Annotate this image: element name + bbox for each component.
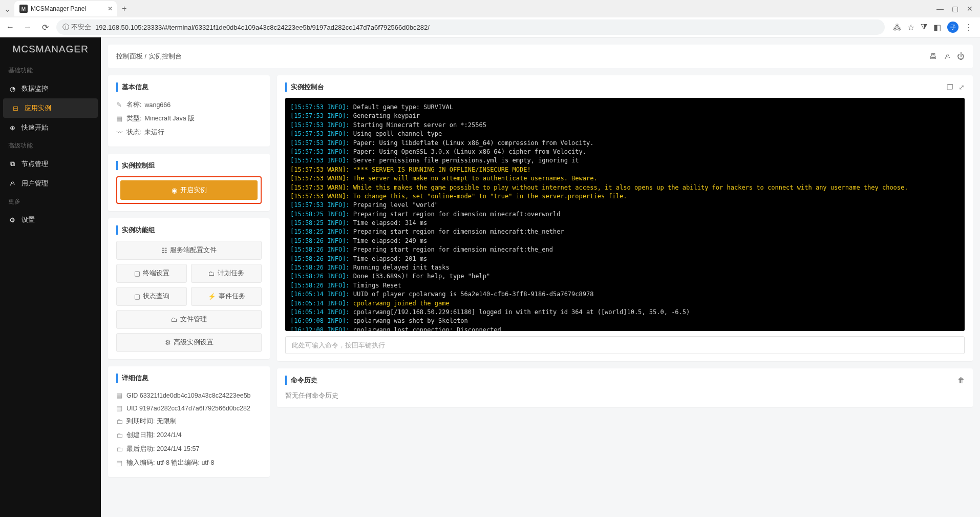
user-outline-icon[interactable]: ዶ bbox=[944, 52, 950, 61]
dashboard-icon: ◔ bbox=[8, 85, 16, 93]
status-query-button[interactable]: ▢状态查询 bbox=[116, 287, 187, 306]
instance-status-row: 〰状态: 未运行 bbox=[116, 126, 262, 139]
server-config-button[interactable]: ☷服务端配置文件 bbox=[116, 241, 262, 260]
app-root: MCSMANAGER 基础功能 ◔数据监控 ⊟应用实例 ⊕快速开始 高级功能 ⧉… bbox=[0, 37, 980, 517]
instance-type-row: ▤类型: Minecraft Java 版 bbox=[116, 112, 262, 126]
breadcrumb-bar: 控制面板 / 实例控制台 🖶 ዶ ⏻ bbox=[108, 45, 973, 68]
sidebar-item-monitor[interactable]: ◔数据监控 bbox=[0, 79, 101, 98]
sidebar-item-instances[interactable]: ⊟应用实例 bbox=[3, 98, 98, 118]
history-empty-text: 暂无任何命令历史 bbox=[285, 391, 965, 400]
basic-info-card: 基本信息 ✎名称: wang666 ▤类型: Minecraft Java 版 … bbox=[108, 75, 270, 147]
encoding-row: ▤输入编码: utf-8 输出编码: utf-8 bbox=[116, 456, 262, 470]
console-title: 实例控制台 bbox=[285, 82, 324, 92]
folder-icon: 🗀 bbox=[171, 316, 178, 323]
uid-row: ▤UID 9197ad282cc147d7a6f792566d0bc282 bbox=[116, 402, 262, 415]
cube-icon: ⊟ bbox=[11, 105, 19, 112]
function-group-card: 实例功能组 ☷服务端配置文件 ▢终端设置 🗀计划任务 ▢状态查询 ⚡事件任务 🗀… bbox=[108, 218, 270, 359]
logo: MCSMANAGER bbox=[0, 44, 101, 55]
trash-icon[interactable]: 🗑 bbox=[957, 376, 965, 384]
url-text: 192.168.50.105:23333/#/terminal/63321f1d… bbox=[95, 24, 430, 31]
terminal-output[interactable]: [15:57:53 INFO]: Default game type: SURV… bbox=[285, 98, 965, 331]
main-content: 控制面板 / 实例控制台 🖶 ዶ ⏻ 基本信息 ✎名称: wang666 ▤类型… bbox=[101, 37, 980, 517]
power-icon[interactable]: ⏻ bbox=[957, 52, 965, 61]
url-input[interactable]: ⓘ 不安全 192.168.50.105:23333/#/terminal/63… bbox=[56, 19, 885, 35]
sidebar-item-users[interactable]: ዶ用户管理 bbox=[0, 174, 101, 193]
back-icon[interactable]: ← bbox=[4, 23, 16, 32]
new-tab-button[interactable]: + bbox=[122, 4, 126, 13]
tune-icon: ☷ bbox=[161, 246, 167, 254]
gid-row: ▤GID 63321f1de0db4c109a43c8c24223ee5b bbox=[116, 389, 262, 402]
tab-bar: ⌄ M MCSManager Panel ✕ + — ▢ ✕ bbox=[0, 0, 980, 17]
function-group-title: 实例功能组 bbox=[116, 225, 262, 235]
terminal-settings-button[interactable]: ▢终端设置 bbox=[116, 264, 187, 283]
sidebar-item-nodes[interactable]: ⧉节点管理 bbox=[0, 154, 101, 174]
calendar-icon: 🗀 bbox=[116, 431, 123, 439]
address-bar: ← → ⟳ ⓘ 不安全 192.168.50.105:23333/#/termi… bbox=[0, 17, 980, 37]
start-instance-button[interactable]: ◉开启实例 bbox=[120, 180, 258, 200]
details-card: 详细信息 ▤GID 63321f1de0db4c109a43c8c24223ee… bbox=[108, 366, 270, 477]
control-group-title: 实例控制组 bbox=[116, 161, 262, 170]
sidepanel-icon[interactable]: ◧ bbox=[933, 23, 941, 32]
id-icon: ▤ bbox=[116, 404, 123, 412]
bolt-icon: ⚡ bbox=[208, 293, 216, 300]
gear-small-icon: ⚙ bbox=[165, 339, 171, 346]
browser-toolbar: ⁂ ☆ ⧩ ◧ 子 ⋮ bbox=[890, 22, 976, 33]
console-card: 实例控制台 ❐ ⤢ [15:57:53 INFO]: Default game … bbox=[277, 75, 973, 361]
tab-search-icon[interactable]: ⌄ bbox=[0, 4, 14, 14]
window-controls: — ▢ ✕ bbox=[929, 5, 980, 13]
fullscreen-icon[interactable]: ⤢ bbox=[958, 83, 965, 91]
details-title: 详细信息 bbox=[116, 374, 262, 383]
basic-info-title: 基本信息 bbox=[116, 82, 262, 92]
browser-tab[interactable]: M MCSManager Panel ✕ bbox=[14, 1, 117, 16]
print-icon[interactable]: 🖶 bbox=[929, 52, 937, 61]
advanced-settings-button[interactable]: ⚙高级实例设置 bbox=[116, 333, 262, 352]
pulse-icon: 〰 bbox=[116, 129, 123, 136]
play-icon: ◉ bbox=[172, 187, 177, 194]
translate-icon[interactable]: ⁂ bbox=[893, 23, 901, 32]
sidebar-item-quickstart[interactable]: ⊕快速开始 bbox=[0, 118, 101, 137]
minimize-icon[interactable]: — bbox=[936, 5, 944, 13]
calendar-icon: 🗀 bbox=[116, 418, 123, 425]
control-group-card: 实例控制组 ◉开启实例 bbox=[108, 154, 270, 211]
extensions-icon[interactable]: ⧩ bbox=[921, 23, 927, 32]
nav-group-advanced: 高级功能 bbox=[0, 137, 101, 154]
menu-icon[interactable]: ⋮ bbox=[965, 23, 973, 32]
tab-title: MCSManager Panel bbox=[31, 5, 86, 12]
category-icon: ▤ bbox=[116, 115, 123, 122]
calendar-icon: 🗀 bbox=[116, 445, 123, 453]
popout-icon[interactable]: ❐ bbox=[947, 83, 953, 91]
calendar-icon: 🗀 bbox=[208, 270, 215, 277]
insecure-badge: ⓘ 不安全 bbox=[62, 23, 91, 32]
profile-avatar[interactable]: 子 bbox=[947, 22, 958, 33]
reload-icon[interactable]: ⟳ bbox=[39, 23, 51, 32]
tab-close-icon[interactable]: ✕ bbox=[108, 5, 113, 12]
sidebar: MCSMANAGER 基础功能 ◔数据监控 ⊟应用实例 ⊕快速开始 高级功能 ⧉… bbox=[0, 37, 101, 517]
start-button-highlight: ◉开启实例 bbox=[116, 176, 262, 204]
maximize-icon[interactable]: ▢ bbox=[952, 5, 958, 13]
nav-group-more: 更多 bbox=[0, 193, 101, 210]
id-icon: ▤ bbox=[116, 391, 123, 399]
last-start-row: 🗀最后启动: 2024/1/4 15:57 bbox=[116, 442, 262, 456]
scheduled-tasks-button[interactable]: 🗀计划任务 bbox=[191, 264, 262, 283]
chart-icon: ▢ bbox=[134, 293, 140, 300]
gear-icon: ⚙ bbox=[8, 216, 16, 224]
plus-circle-icon: ⊕ bbox=[8, 124, 16, 132]
close-window-icon[interactable]: ✕ bbox=[967, 5, 973, 13]
nav-group-basic: 基础功能 bbox=[0, 62, 101, 79]
history-card: 命令历史 🗑 暂无任何命令历史 bbox=[277, 368, 973, 407]
event-tasks-button[interactable]: ⚡事件任务 bbox=[191, 287, 262, 306]
encoding-icon: ▤ bbox=[116, 459, 123, 467]
tab-favicon: M bbox=[19, 5, 28, 13]
history-title: 命令历史 bbox=[285, 376, 317, 385]
browser-chrome: ⌄ M MCSManager Panel ✕ + — ▢ ✕ ← → ⟳ ⓘ 不… bbox=[0, 0, 980, 37]
cluster-icon: ⧉ bbox=[8, 160, 16, 168]
file-mgmt-button[interactable]: 🗀文件管理 bbox=[116, 310, 262, 329]
user-icon: ዶ bbox=[8, 179, 16, 188]
command-input[interactable] bbox=[285, 336, 965, 354]
edit-icon: ✎ bbox=[116, 101, 123, 109]
sidebar-item-settings[interactable]: ⚙设置 bbox=[0, 210, 101, 230]
bookmark-icon[interactable]: ☆ bbox=[907, 23, 914, 32]
create-row: 🗀创建日期: 2024/1/4 bbox=[116, 428, 262, 442]
expire-row: 🗀到期时间: 无限制 bbox=[116, 415, 262, 428]
forward-icon[interactable]: → bbox=[22, 23, 34, 32]
